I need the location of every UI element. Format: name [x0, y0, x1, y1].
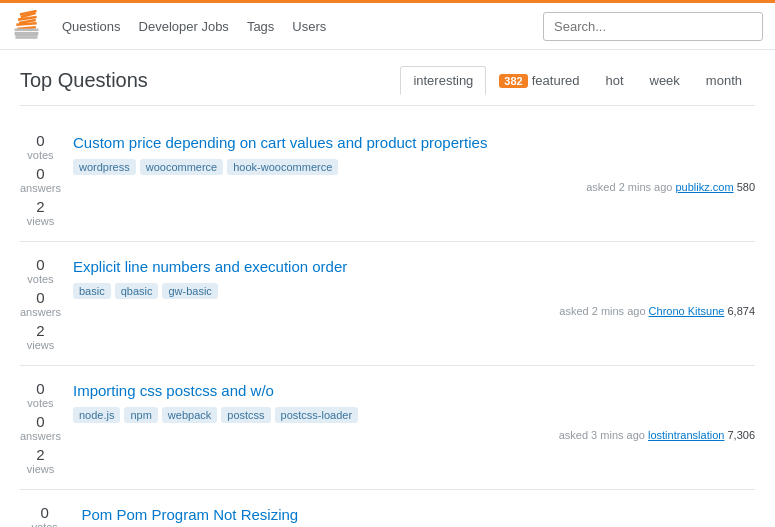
user-link[interactable]: Chrono Kitsune [649, 305, 725, 317]
user-link[interactable]: lostintranslation [648, 429, 724, 441]
user-link[interactable]: publikz.com [676, 181, 734, 193]
question-item: 0votes0answers2viewsExplicit line number… [20, 242, 755, 366]
tab-featured[interactable]: 382 featured [486, 66, 592, 95]
nav-users[interactable]: Users [292, 19, 326, 34]
nav: Questions Developer Jobs Tags Users [62, 19, 543, 34]
votes-group: 0votes [27, 256, 53, 285]
logo-icon[interactable] [12, 9, 46, 43]
vote-count: 0 [36, 132, 44, 149]
tag[interactable]: hook-woocommerce [227, 159, 338, 175]
action-label: asked 2 mins ago [586, 181, 675, 193]
answer-count: 0 [36, 289, 44, 306]
tag[interactable]: basic [73, 283, 111, 299]
page-title: Top Questions [20, 69, 148, 92]
tag[interactable]: wordpress [73, 159, 136, 175]
question-stats: 0votes1answer15views [20, 504, 69, 527]
question-meta: asked 2 mins ago publikz.com 580 [73, 181, 755, 193]
answer-label: answers [20, 306, 61, 318]
user-score: 7,306 [727, 429, 755, 441]
search-input[interactable] [543, 12, 763, 41]
nav-questions[interactable]: Questions [62, 19, 121, 34]
header: Questions Developer Jobs Tags Users [0, 0, 775, 50]
answers-group: 0answers [20, 289, 61, 318]
views-group: 2views [27, 198, 55, 227]
view-label: views [27, 463, 55, 475]
tag[interactable]: postcss [221, 407, 270, 423]
tag[interactable]: gw-basic [162, 283, 217, 299]
featured-badge: 382 [499, 74, 527, 88]
views-group: 2views [27, 446, 55, 475]
vote-label: votes [27, 397, 53, 409]
tab-hot[interactable]: hot [592, 66, 636, 95]
tags-row: basicqbasicgw-basic [73, 283, 755, 299]
tag[interactable]: npm [124, 407, 157, 423]
tabs: interesting 382 featured hot week month [400, 66, 755, 95]
tags-row: node.jsnpmwebpackpostcsspostcss-loader [73, 407, 755, 423]
answers-group: 0answers [20, 165, 61, 194]
vote-label: votes [27, 273, 53, 285]
nav-tags[interactable]: Tags [247, 19, 274, 34]
nav-developer-jobs[interactable]: Developer Jobs [139, 19, 229, 34]
action-label: asked 2 mins ago [559, 305, 648, 317]
main-content: Top Questions interesting 382 featured h… [0, 50, 775, 527]
svg-rect-1 [15, 36, 37, 39]
questions-list: 0votes0answers2viewsCustom price dependi… [20, 118, 755, 527]
tab-interesting[interactable]: interesting [400, 66, 486, 95]
question-stats: 0votes0answers2views [20, 380, 61, 475]
user-score: 580 [737, 181, 755, 193]
question-title[interactable]: Custom price depending on cart values an… [73, 132, 755, 153]
answer-count: 0 [36, 413, 44, 430]
vote-count: 0 [41, 504, 49, 521]
question-meta: asked 2 mins ago Chrono Kitsune 6,874 [73, 305, 755, 317]
svg-rect-5 [15, 29, 39, 32]
action-label: asked 3 mins ago [559, 429, 648, 441]
question-content: Pom Pom Program Not Resizingjavascriptht… [81, 504, 755, 527]
view-label: views [27, 215, 55, 227]
answer-count: 0 [36, 165, 44, 182]
votes-group: 0votes [27, 132, 53, 161]
tab-week[interactable]: week [637, 66, 693, 95]
view-label: views [27, 339, 55, 351]
question-meta: asked 3 mins ago lostintranslation 7,306 [73, 429, 755, 441]
question-item: 0votes1answer15viewsPom Pom Program Not … [20, 490, 755, 527]
question-content: Explicit line numbers and execution orde… [73, 256, 755, 351]
view-count: 2 [36, 322, 44, 339]
tag[interactable]: webpack [162, 407, 217, 423]
views-group: 2views [27, 322, 55, 351]
tag[interactable]: woocommerce [140, 159, 224, 175]
question-title[interactable]: Pom Pom Program Not Resizing [81, 504, 755, 525]
tab-featured-label: featured [532, 73, 580, 88]
answer-label: answers [20, 182, 61, 194]
top-bar: Top Questions interesting 382 featured h… [20, 66, 755, 106]
svg-rect-6 [15, 32, 39, 35]
question-item: 0votes0answers2viewsImporting css postcs… [20, 366, 755, 490]
vote-count: 0 [36, 380, 44, 397]
tag[interactable]: postcss-loader [275, 407, 359, 423]
question-stats: 0votes0answers2views [20, 132, 61, 227]
answer-label: answers [20, 430, 61, 442]
tab-month[interactable]: month [693, 66, 755, 95]
question-content: Importing css postcss and w/onode.jsnpmw… [73, 380, 755, 475]
votes-group: 0votes [32, 504, 58, 527]
tag[interactable]: qbasic [115, 283, 159, 299]
answers-group: 0answers [20, 413, 61, 442]
question-stats: 0votes0answers2views [20, 256, 61, 351]
vote-label: votes [27, 149, 53, 161]
vote-count: 0 [36, 256, 44, 273]
question-content: Custom price depending on cart values an… [73, 132, 755, 227]
view-count: 2 [36, 446, 44, 463]
vote-label: votes [32, 521, 58, 527]
view-count: 2 [36, 198, 44, 215]
question-title[interactable]: Importing css postcss and w/o [73, 380, 755, 401]
votes-group: 0votes [27, 380, 53, 409]
question-title[interactable]: Explicit line numbers and execution orde… [73, 256, 755, 277]
question-item: 0votes0answers2viewsCustom price dependi… [20, 118, 755, 242]
user-score: 6,874 [727, 305, 755, 317]
tag[interactable]: node.js [73, 407, 120, 423]
tags-row: wordpresswoocommercehook-woocommerce [73, 159, 755, 175]
